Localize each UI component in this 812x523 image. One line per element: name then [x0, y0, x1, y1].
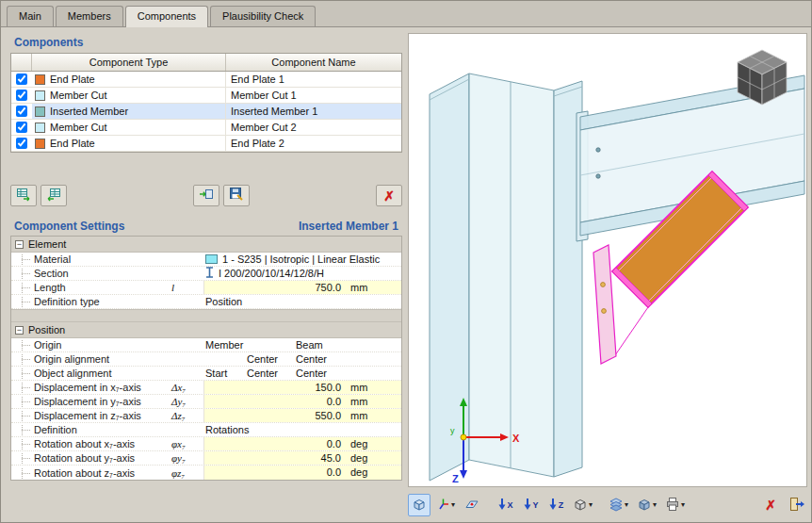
component-color-swatch [35, 123, 45, 133]
import-component-button[interactable] [193, 185, 219, 206]
prop-label: Material [11, 253, 171, 265]
prop-unit-empty [345, 352, 401, 366]
isometric-view-button[interactable]: ▾ [570, 494, 595, 516]
tab-main[interactable]: Main [7, 6, 54, 26]
component-name-cell: End Plate 1 [226, 72, 401, 87]
tab-members[interactable]: Members [56, 6, 123, 26]
table-row[interactable]: End Plate End Plate 1 [11, 72, 401, 88]
work-plane-button[interactable] [461, 494, 483, 516]
origin-alignment-col2[interactable]: Center [245, 353, 294, 365]
section-value[interactable]: I 200/200/10/14/12/8/H [203, 267, 401, 280]
component-checkbox[interactable] [16, 106, 27, 117]
component-type-header: Component Type [32, 54, 226, 71]
view-y-button[interactable]: Y [519, 494, 542, 516]
save-component-button[interactable] [223, 185, 250, 206]
component-name-cell: Member Cut 2 [226, 120, 401, 135]
view-x-button[interactable]: X [494, 494, 516, 516]
table-row[interactable]: Member Cut Member Cut 2 [11, 120, 401, 136]
coordinate-axes-icon [436, 497, 450, 514]
object-alignment-col1[interactable]: Start [203, 368, 245, 379]
print-button[interactable]: ▾ [662, 494, 688, 516]
prop-symbol: Δz₇ [171, 410, 203, 421]
component-checkbox[interactable] [16, 138, 27, 149]
displacement-x-input[interactable]: 150.0 [203, 381, 345, 394]
prop-row-displacement-x: Displacement in x₇-axis Δx₇ 150.0 mm [11, 381, 401, 395]
section-position[interactable]: − Position [11, 322, 401, 338]
prop-symbol: Δy₇ [171, 396, 203, 407]
y-axis-label: y [450, 426, 455, 435]
dropdown-icon: ▾ [589, 501, 593, 509]
solid-cube-icon [637, 497, 652, 515]
prop-label: Origin [11, 339, 171, 351]
navigation-cube[interactable] [738, 50, 787, 105]
bolt [602, 309, 607, 314]
section-gap [11, 309, 401, 322]
view-z-button[interactable]: Z [544, 494, 567, 516]
origin-col3[interactable]: Beam [294, 339, 345, 351]
origin-alignment-col3[interactable]: Center [294, 353, 345, 365]
rotation-z-unit[interactable]: deg [345, 466, 401, 480]
prop-row-origin: Origin Member Beam [11, 338, 401, 352]
connection-editor-window: Main Members Components Plausibility Che… [0, 0, 812, 523]
prop-row-displacement-z: Displacement in z₇-axis Δz₇ 550.0 mm [11, 409, 401, 423]
object-alignment-col3[interactable]: Center [294, 368, 345, 379]
definition-type-value[interactable]: Position [203, 296, 345, 307]
remove-component-button[interactable] [41, 185, 67, 206]
displacement-z-unit[interactable]: mm [345, 409, 401, 422]
collapse-icon[interactable]: − [15, 240, 24, 249]
rotation-y-unit[interactable]: deg [345, 451, 401, 465]
component-name-label: End Plate 2 [231, 138, 284, 149]
component-checkbox[interactable] [16, 122, 27, 133]
section-element[interactable]: − Element [11, 237, 401, 253]
origin-col1[interactable]: Member [203, 339, 245, 351]
view-y-label: Y [533, 500, 539, 510]
tab-components[interactable]: Components [125, 6, 208, 27]
rotation-y-input[interactable]: 45.0 [203, 451, 345, 465]
displacement-y-input[interactable]: 0.0 [203, 395, 345, 408]
viewport-scene[interactable]: X y Z [409, 34, 806, 486]
prop-row-section: Section I 200/200/10/14/12/8/H [11, 267, 401, 281]
length-value-input[interactable]: 750.0 [203, 281, 345, 294]
object-alignment-col2[interactable]: Center [245, 368, 294, 379]
displacement-x-unit[interactable]: mm [345, 381, 401, 394]
bolt [601, 283, 606, 287]
viewport-toolbar: ▾ X Y Z ▾ ▾ ▾ [408, 492, 807, 518]
table-row[interactable]: End Plate End Plate 2 [11, 136, 401, 152]
add-component-button[interactable] [10, 185, 37, 206]
definition-value[interactable]: Rotations [203, 424, 345, 435]
rotation-x-unit[interactable]: deg [345, 437, 401, 450]
component-name-label: Inserted Member 1 [231, 106, 317, 117]
prop-symbol: φy₇ [171, 452, 203, 464]
rotation-x-input[interactable]: 0.0 [203, 437, 345, 450]
collapse-icon[interactable]: − [15, 326, 24, 335]
delete-components-button[interactable]: ✗ [376, 185, 402, 206]
coordinate-system-button[interactable]: ▾ [433, 494, 458, 516]
prop-row-definition-type: Definition type Position [11, 295, 401, 309]
display-properties-button[interactable]: ▾ [606, 494, 631, 516]
close-panel-button[interactable] [785, 494, 807, 516]
material-value[interactable]: 1 - S235 | Isotropic | Linear Elastic [203, 253, 401, 265]
components-title: Components [8, 33, 404, 53]
displacement-y-unit[interactable]: mm [345, 395, 401, 408]
displacement-z-input[interactable]: 550.0 [203, 409, 345, 422]
table-row-selected[interactable]: Inserted Member Inserted Member 1 [11, 104, 401, 120]
model-display-button[interactable]: ▾ [634, 494, 659, 516]
component-checkbox[interactable] [16, 90, 27, 101]
z-axis-arrow [460, 470, 467, 479]
prop-label: Displacement in x₇-axis [11, 382, 171, 393]
prop-unit-empty [345, 367, 401, 380]
tab-plausibility-check[interactable]: Plausibility Check [210, 6, 316, 26]
table-row[interactable]: Member Cut Member Cut 1 [11, 88, 401, 104]
component-name-cell: End Plate 2 [226, 136, 401, 151]
select-mode-button[interactable] [408, 494, 430, 516]
column-member[interactable] [430, 74, 582, 481]
component-type-label: End Plate [50, 74, 95, 85]
stop-render-button[interactable]: ✗ [759, 494, 782, 516]
length-unit[interactable]: mm [345, 281, 401, 294]
viewport-3d[interactable]: X y Z [408, 33, 807, 487]
connection-plate[interactable] [593, 245, 616, 364]
component-checkbox[interactable] [16, 74, 27, 85]
component-color-swatch [35, 106, 45, 117]
components-toolbar: ✗ [10, 185, 402, 206]
rotation-z-input[interactable]: 0.0 [203, 466, 345, 480]
